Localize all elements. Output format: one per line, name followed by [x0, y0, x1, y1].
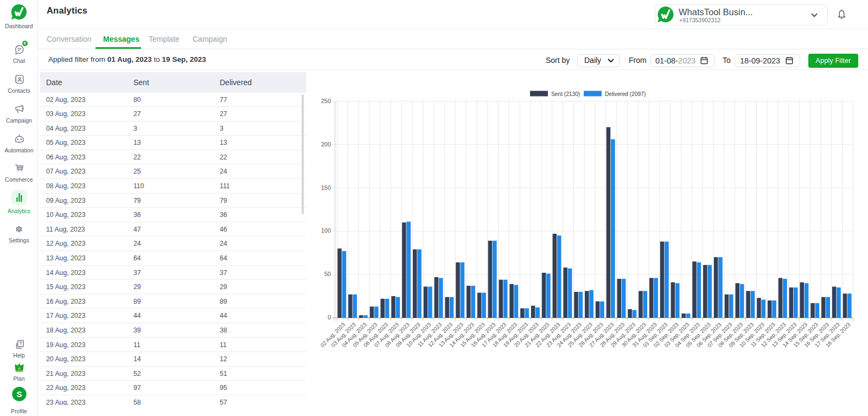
svg-text:Sent (2130): Sent (2130): [551, 91, 580, 97]
svg-text:200: 200: [321, 141, 331, 148]
svg-text:S: S: [16, 389, 22, 399]
svg-text:150: 150: [321, 184, 331, 191]
svg-text:?: ?: [19, 341, 22, 346]
svg-text:Delivered (2097): Delivered (2097): [605, 91, 646, 97]
svg-text:250: 250: [321, 98, 331, 104]
svg-text:100: 100: [321, 227, 331, 234]
svg-text:50: 50: [324, 271, 331, 277]
svg-text:0: 0: [328, 314, 331, 321]
